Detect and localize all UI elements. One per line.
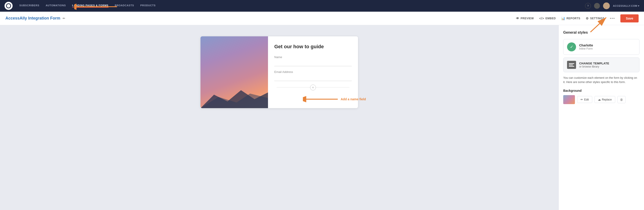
embed-icon: </> xyxy=(539,17,544,20)
more-options-button[interactable]: ••• xyxy=(610,16,615,20)
change-template-main-label: CHANGE TEMPLATE xyxy=(579,62,609,65)
preview-button[interactable]: 👁 PREVIEW xyxy=(516,17,534,20)
template-name: Charlotte xyxy=(579,44,636,47)
eye-icon: 👁 xyxy=(516,17,519,20)
replace-background-button[interactable]: ☁ Replace xyxy=(594,96,615,103)
change-template-icon xyxy=(567,61,576,69)
name-label: Name xyxy=(274,55,352,59)
name-field[interactable]: Name xyxy=(274,55,352,66)
template-lines-icon xyxy=(569,63,574,67)
pencil-icon: ✏ xyxy=(580,98,583,101)
background-section-title: Background xyxy=(563,89,640,93)
toolbar: AccessAlly Integration Form ✏ 👁 PREVIEW … xyxy=(0,12,644,25)
account-menu[interactable]: ACCESSALLY.COM ▾ xyxy=(613,4,640,7)
reports-button[interactable]: 📊 REPORTS xyxy=(561,17,580,20)
form-background-image[interactable] xyxy=(200,36,268,108)
form-heading: Get our how to guide xyxy=(274,44,352,50)
help-button[interactable]: ? xyxy=(585,3,591,9)
background-thumbnail[interactable] xyxy=(563,95,575,104)
upload-icon: ☁ xyxy=(598,98,601,101)
embed-button[interactable]: </> EMBED xyxy=(539,17,556,20)
background-controls: ✏ Edit ☁ Replace 🗑 xyxy=(563,95,640,104)
change-template-info: CHANGE TEMPLATE or browse library xyxy=(579,62,609,68)
sidebar: General styles ✓ Charlotte Inline Form C… xyxy=(558,25,644,210)
logo[interactable] xyxy=(4,2,12,10)
edit-background-button[interactable]: ✏ Edit xyxy=(577,96,592,103)
settings-button[interactable]: ⚙ SETTINGS xyxy=(586,17,604,20)
current-template-card[interactable]: ✓ Charlotte Inline Form xyxy=(563,39,640,55)
nav-subscribers[interactable]: SUBSCRIBERS xyxy=(19,4,40,8)
logo-icon xyxy=(6,3,11,8)
nav-broadcasts[interactable]: BROADCASTS xyxy=(115,4,134,8)
main-content: Get our how to guide Name Email Address … xyxy=(0,25,644,210)
mountain-illustration xyxy=(200,81,268,108)
change-template-sub-label: or browse library xyxy=(579,65,609,68)
edit-title-icon[interactable]: ✏ xyxy=(62,17,65,20)
checkmark-icon: ✓ xyxy=(570,44,573,49)
nav-right-section: ? ACCESSALLY.COM ▾ xyxy=(585,2,640,9)
email-label: Email Address xyxy=(274,70,352,74)
canvas-area: Get our how to guide Name Email Address … xyxy=(0,25,558,210)
form-preview: Get our how to guide Name Email Address … xyxy=(200,36,358,108)
template-type: Inline Form xyxy=(579,47,636,50)
avatar[interactable] xyxy=(603,2,610,9)
template-info: Charlotte Inline Form xyxy=(579,44,636,50)
delete-background-button[interactable]: 🗑 xyxy=(618,96,626,103)
sidebar-title: General styles xyxy=(563,30,640,35)
template-check-icon-wrapper: ✓ xyxy=(567,42,576,51)
nav-automations[interactable]: AUTOMATIONS xyxy=(46,4,66,8)
add-field-icon[interactable]: + xyxy=(310,85,316,91)
toolbar-actions: 👁 PREVIEW </> EMBED 📊 REPORTS ⚙ SETTINGS… xyxy=(516,14,638,22)
ct-line-2 xyxy=(569,65,573,65)
change-template-card[interactable]: CHANGE TEMPLATE or browse library xyxy=(563,57,640,72)
top-navigation: SUBSCRIBERS AUTOMATIONS LANDING PAGES & … xyxy=(0,0,644,12)
nav-products[interactable]: PRODUCTS xyxy=(140,4,156,8)
nav-items: SUBSCRIBERS AUTOMATIONS LANDING PAGES & … xyxy=(19,4,578,8)
gear-icon: ⚙ xyxy=(586,17,589,20)
form-content: Get our how to guide Name Email Address … xyxy=(268,36,358,108)
ct-line-3 xyxy=(569,66,574,67)
chart-icon: 📊 xyxy=(561,17,565,20)
email-field[interactable]: Email Address xyxy=(274,70,352,81)
sidebar-description: You can customize each element on the fo… xyxy=(563,76,640,84)
add-field-button[interactable]: + xyxy=(274,85,352,90)
ct-line-1 xyxy=(569,63,574,64)
trash-icon: 🗑 xyxy=(620,98,623,102)
form-title: AccessAlly Integration Form xyxy=(6,16,60,21)
name-input[interactable] xyxy=(274,60,352,66)
form-title-area: AccessAlly Integration Form ✏ xyxy=(6,16,516,21)
email-input[interactable] xyxy=(274,75,352,81)
canvas-container: Get our how to guide Name Email Address … xyxy=(178,36,380,108)
save-button[interactable]: Save xyxy=(620,14,638,22)
notifications-button[interactable] xyxy=(594,3,600,9)
nav-landing-pages[interactable]: LANDING PAGES & FORMS xyxy=(72,4,108,8)
